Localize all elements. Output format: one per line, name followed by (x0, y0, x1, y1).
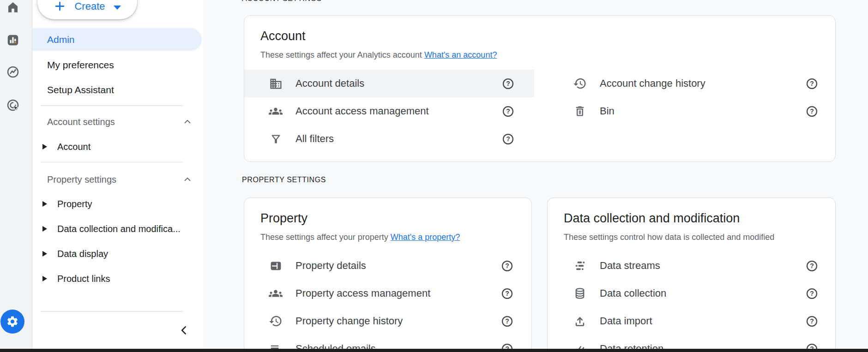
row-label: Property access management (295, 287, 430, 299)
card-title: Account (244, 16, 835, 44)
whats-an-account-link[interactable]: What's an account? (424, 50, 497, 60)
svg-text:?: ? (506, 107, 510, 115)
people-icon (269, 286, 283, 300)
explore-icon[interactable] (6, 65, 20, 79)
building-icon (269, 77, 283, 90)
bin-row[interactable]: Bin ? (534, 97, 835, 125)
account-card: Account These settings affect your Analy… (244, 15, 836, 162)
create-button-label: Create (74, 0, 105, 12)
row-label: Bin (600, 105, 615, 117)
svg-text:?: ? (505, 290, 509, 297)
whats-a-property-link[interactable]: What's a property? (391, 233, 460, 242)
section-property-settings[interactable]: Property settings (32, 168, 202, 191)
triangle-right-icon (42, 201, 47, 207)
svg-text:?: ? (810, 290, 814, 297)
sidebar-item-admin[interactable]: Admin (32, 28, 202, 51)
upload-icon (573, 314, 587, 328)
help-circle-icon[interactable]: ? (806, 287, 818, 300)
triangle-right-icon (42, 251, 47, 257)
row-label: Property details (295, 260, 366, 272)
card-description: These settings affect your Analytics acc… (244, 44, 835, 60)
svg-text:?: ? (810, 262, 814, 269)
admin-main: ACCOUNT SETTINGS Account These settings … (203, 0, 868, 352)
data-collection-row[interactable]: Data collection ? (548, 280, 835, 307)
triangle-right-icon (42, 276, 47, 281)
collapse-sidebar-button[interactable] (178, 324, 191, 337)
property-change-history-row[interactable]: Property change history ? (244, 307, 531, 335)
row-label: Data streams (600, 260, 660, 272)
sidebar-item-property[interactable]: Property (32, 193, 202, 215)
account-change-history-row[interactable]: Account change history ? (534, 70, 835, 97)
chevron-left-icon (178, 324, 190, 336)
property-access-management-row[interactable]: Property access management ? (244, 280, 531, 307)
svg-text:?: ? (505, 262, 509, 269)
account-details-row[interactable]: Account details ? (244, 70, 534, 97)
all-filters-row[interactable]: All filters ? (244, 125, 534, 153)
sidebar-item-label: Account (57, 142, 90, 152)
account-access-management-row[interactable]: Account access management ? (244, 97, 534, 125)
row-label: Account change history (600, 78, 705, 89)
help-circle-icon[interactable]: ? (806, 78, 818, 90)
history-icon (269, 314, 283, 328)
property-details-row[interactable]: Property details ? (244, 252, 531, 280)
home-icon[interactable] (6, 0, 20, 15)
sidebar-item-label: Setup Assistant (47, 84, 114, 95)
row-label: Data import (600, 315, 652, 327)
help-circle-icon[interactable]: ? (501, 260, 513, 272)
account-card-right-column: Account change history ? Bin ? (534, 70, 835, 153)
section-heading: Property settings (47, 174, 116, 185)
data-streams-icon (573, 259, 587, 273)
row-label: Account details (295, 78, 364, 89)
help-circle-icon[interactable]: ? (806, 105, 818, 118)
help-circle-icon[interactable]: ? (501, 315, 513, 328)
row-label: Data collection (600, 287, 666, 299)
sidebar-divider (41, 162, 183, 162)
data-collection-card: Data collection and modification These s… (547, 197, 836, 352)
data-streams-row[interactable]: Data streams ? (548, 252, 835, 280)
advertising-icon[interactable] (6, 98, 20, 113)
card-description: These settings affect your property What… (244, 227, 531, 243)
sidebar-item-setup-assistant[interactable]: Setup Assistant (32, 78, 202, 101)
chevron-up-icon (182, 117, 193, 127)
sidebar-item-my-preferences[interactable]: My preferences (32, 54, 202, 76)
row-label: Account access management (295, 105, 429, 117)
ga-admin-screen: Create Admin My preferences Setup Assist… (0, 0, 868, 352)
sidebar-item-label: My preferences (47, 60, 114, 71)
account-card-left-column: Account details ? Account access managem… (244, 70, 534, 153)
section-account-settings[interactable]: Account settings (32, 111, 202, 133)
help-circle-icon[interactable]: ? (502, 133, 514, 145)
sidebar-item-product-links[interactable]: Product links (32, 268, 202, 290)
sidebar-item-label: Data collection and modifica... (57, 224, 181, 234)
svg-text:?: ? (810, 107, 814, 115)
svg-text:?: ? (505, 317, 509, 325)
help-circle-icon[interactable]: ? (501, 287, 513, 300)
row-label: All filters (295, 133, 334, 145)
help-circle-icon[interactable]: ? (806, 315, 818, 328)
data-import-row[interactable]: Data import ? (548, 307, 835, 335)
reports-icon[interactable] (6, 33, 20, 48)
sidebar-item-label: Property (57, 199, 92, 209)
account-settings-zone-label: ACCOUNT SETTINGS (242, 0, 322, 3)
people-icon (269, 104, 283, 118)
card-title: Data collection and modification (548, 198, 835, 227)
help-circle-icon[interactable]: ? (502, 105, 514, 118)
sidebar-item-account[interactable]: Account (32, 136, 202, 158)
plus-icon (54, 0, 66, 12)
sidebar-item-label: Data display (57, 249, 108, 259)
sidebar-item-label: Product links (57, 274, 110, 284)
sidebar-divider (41, 105, 183, 106)
window-bottom-edge (0, 349, 868, 352)
property-settings-zone-label: PROPERTY SETTINGS (242, 176, 326, 184)
sidebar-item-data-collection[interactable]: Data collection and modifica... (32, 218, 202, 240)
svg-text:?: ? (810, 80, 814, 87)
row-label: Property change history (295, 315, 403, 327)
help-circle-icon[interactable]: ? (502, 78, 514, 90)
window-panes-icon (269, 259, 283, 273)
sidebar-item-label: Admin (47, 34, 75, 45)
settings-gear-icon[interactable] (0, 310, 24, 334)
filter-icon (269, 132, 283, 146)
help-circle-icon[interactable]: ? (806, 260, 818, 272)
triangle-right-icon (42, 226, 47, 232)
create-button[interactable]: Create (37, 0, 137, 19)
sidebar-item-data-display[interactable]: Data display (32, 243, 202, 265)
